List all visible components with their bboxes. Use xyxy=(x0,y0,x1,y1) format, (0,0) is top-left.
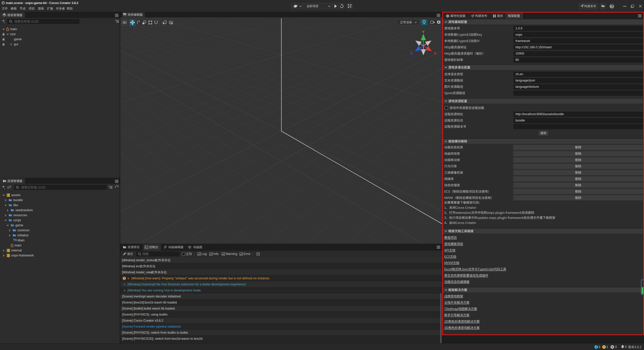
svg-text:X: X xyxy=(434,51,436,55)
svg-text:Z: Z xyxy=(411,51,413,55)
svg-text:Y: Y xyxy=(422,30,425,34)
